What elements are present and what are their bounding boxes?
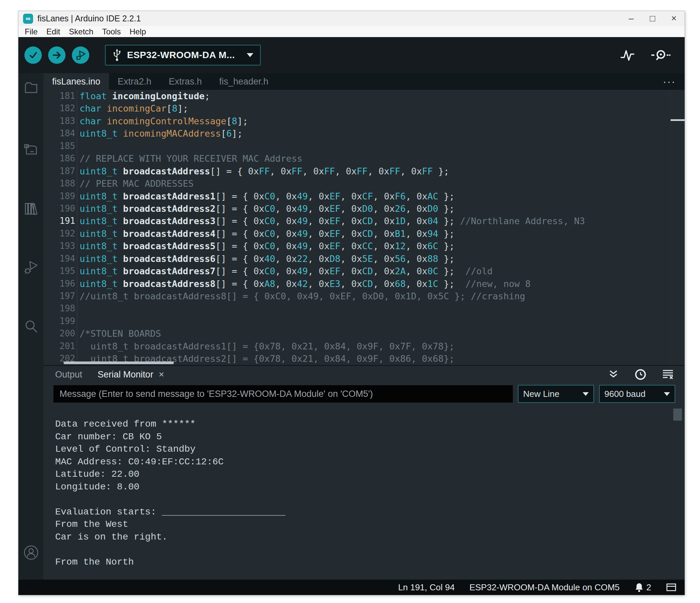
code-line[interactable]: 196uint8_t broadcastAddress8[] = { 0xA8,…: [44, 278, 684, 290]
serial-output-line: Evaluation starts: _____________________…: [55, 506, 684, 519]
line-number: 190: [44, 203, 75, 215]
code-line[interactable]: 183char incomingControlMessage[8];: [44, 115, 684, 127]
line-number: 192: [44, 228, 75, 240]
code-line[interactable]: 189uint8_t broadcastAddress1[] = { 0xC0,…: [44, 190, 684, 203]
menu-bar: File Edit Sketch Tools Help: [18, 26, 684, 37]
editor-tab-bar: fisLanes.ino Extra2.h Extras.h fis_heade…: [44, 73, 684, 90]
editor-horizontal-scrollbar[interactable]: [64, 362, 174, 364]
code-editor[interactable]: 181float incomingLongitude;182char incom…: [44, 90, 684, 365]
line-number: 201: [44, 340, 75, 352]
menu-help[interactable]: Help: [125, 27, 150, 36]
serial-monitor-tab-label: Serial Monitor: [98, 369, 153, 380]
boards-manager-icon[interactable]: [23, 142, 39, 157]
window-controls: – □ ×: [621, 11, 684, 26]
board-selector-label: ESP32-WROOM-DA M...: [127, 50, 235, 60]
line-number: 200: [44, 327, 75, 340]
code-line[interactable]: 193uint8_t broadcastAddress5[] = { 0xC0,…: [44, 240, 684, 252]
tab-extras-h[interactable]: Extras.h: [160, 73, 210, 90]
line-number: 191: [44, 215, 75, 227]
line-number: 184: [44, 127, 75, 140]
timestamp-toggle-icon[interactable]: [634, 368, 647, 381]
code-line[interactable]: 184uint8_t incomingMACAddress[6];: [44, 127, 684, 140]
code-line[interactable]: 185: [44, 140, 684, 152]
line-ending-value: New Line: [523, 389, 559, 399]
cursor-position[interactable]: Ln 191, Col 94: [398, 582, 455, 593]
debug-sidebar-icon[interactable]: [23, 260, 39, 276]
notifications[interactable]: 2: [634, 582, 651, 593]
tab-serial-monitor[interactable]: Serial Monitor ×: [98, 369, 164, 380]
minimize-button[interactable]: –: [621, 11, 642, 26]
line-number: 185: [44, 140, 75, 152]
serial-plotter-icon[interactable]: [620, 48, 635, 62]
code-line[interactable]: 197//uint8_t broadcastAddress8[] = { 0xC…: [44, 290, 684, 302]
code-line[interactable]: 186// REPLACE WITH YOUR RECEIVER MAC Add…: [44, 152, 684, 165]
menu-sketch[interactable]: Sketch: [65, 27, 98, 36]
line-number: 199: [44, 315, 75, 327]
chevron-down-icon: [664, 392, 670, 396]
close-button[interactable]: ×: [663, 11, 684, 26]
upload-button[interactable]: [48, 47, 66, 64]
tab-fislanes-ino[interactable]: fisLanes.ino: [44, 73, 109, 90]
account-icon[interactable]: [23, 544, 40, 561]
code-line[interactable]: 191uint8_t broadcastAddress3[] = { 0xC0,…: [44, 215, 684, 227]
library-manager-icon[interactable]: [23, 201, 39, 217]
code-line[interactable]: 188// PEER MAC ADDRESSES: [44, 177, 684, 190]
baud-rate-dropdown[interactable]: 9600 baud: [599, 385, 675, 403]
serial-output-line: [55, 493, 684, 506]
verify-button[interactable]: [24, 47, 42, 64]
code-line[interactable]: 194uint8_t broadcastAddress6[] = { 0x40,…: [44, 253, 684, 265]
code-line[interactable]: 192uint8_t broadcastAddress4[] = { 0xC0,…: [44, 228, 684, 240]
serial-input-row: New Line 9600 baud: [44, 383, 684, 404]
menu-file[interactable]: File: [20, 27, 42, 36]
serial-output-line: Level of Control: Standby: [55, 443, 684, 456]
bottom-panel-header: Output Serial Monitor ×: [44, 365, 684, 383]
menu-edit[interactable]: Edit: [42, 27, 65, 36]
bell-icon: [634, 582, 644, 592]
code-line[interactable]: 201 uint8_t broadcastAddress1[] = {0x78,…: [44, 340, 684, 352]
serial-output-line: Longitude: 8.00: [55, 481, 684, 493]
code-line[interactable]: 200/*STOLEN BOARDS: [44, 327, 684, 340]
line-number: 188: [44, 177, 75, 190]
serial-monitor-icon[interactable]: [651, 48, 671, 62]
serial-output-line: Data received from ******: [55, 418, 684, 430]
serial-output-line: From the North: [55, 556, 684, 569]
tab-extra2-h[interactable]: Extra2.h: [109, 73, 160, 90]
search-icon[interactable]: [23, 318, 39, 334]
debug-button[interactable]: [72, 47, 89, 64]
code-line[interactable]: 198: [44, 302, 684, 315]
more-actions-icon[interactable]: ···: [663, 73, 676, 90]
line-number: 186: [44, 152, 75, 165]
collapse-panel-icon[interactable]: [608, 369, 619, 380]
code-line[interactable]: 199: [44, 315, 684, 327]
tab-fis-header-h[interactable]: fis_header.h: [210, 73, 277, 90]
serial-output-line: MAC Address: C0:49:EF:CC:12:6C: [55, 456, 684, 468]
code-line[interactable]: 187uint8_t broadcastAddress[] = { 0xFF, …: [44, 165, 684, 177]
clear-output-icon[interactable]: [662, 369, 674, 380]
toolbar: ESP32-WROOM-DA M...: [18, 37, 684, 73]
code-line[interactable]: 190uint8_t broadcastAddress2[] = { 0xC0,…: [44, 203, 684, 215]
sketchbook-folder-icon[interactable]: [23, 80, 39, 95]
board-selector[interactable]: ESP32-WROOM-DA M...: [105, 45, 261, 65]
close-serial-monitor-icon[interactable]: ×: [159, 369, 164, 380]
menu-tools[interactable]: Tools: [98, 27, 125, 36]
line-number: 195: [44, 265, 75, 277]
editor-scrollbar-track: [670, 90, 671, 365]
editor-scrollbar-marker[interactable]: [671, 119, 684, 121]
toggle-panel-icon[interactable]: [666, 583, 677, 592]
line-number: 189: [44, 190, 75, 203]
usb-icon: [112, 48, 122, 62]
serial-output-line: Latitude: 22.00: [55, 468, 684, 481]
serial-scrollbar-thumb[interactable]: [673, 409, 682, 421]
line-ending-dropdown[interactable]: New Line: [518, 385, 594, 403]
serial-message-input[interactable]: [53, 385, 513, 402]
debug-bug-icon: [75, 49, 86, 61]
serial-output-line: Car number: CB KO 5: [55, 430, 684, 443]
maximize-button[interactable]: □: [642, 11, 663, 26]
board-connection-status[interactable]: ESP32-WROOM-DA Module on COM5: [469, 582, 620, 593]
tab-output[interactable]: Output: [55, 369, 82, 380]
line-number: 182: [44, 102, 75, 114]
serial-monitor-output[interactable]: Data received from ******Car number: CB …: [44, 404, 684, 580]
code-line[interactable]: 181float incomingLongitude;: [44, 90, 684, 102]
code-line[interactable]: 182char incomingCar[8];: [44, 102, 684, 114]
code-line[interactable]: 195uint8_t broadcastAddress7[] = { 0xC0,…: [44, 265, 684, 277]
